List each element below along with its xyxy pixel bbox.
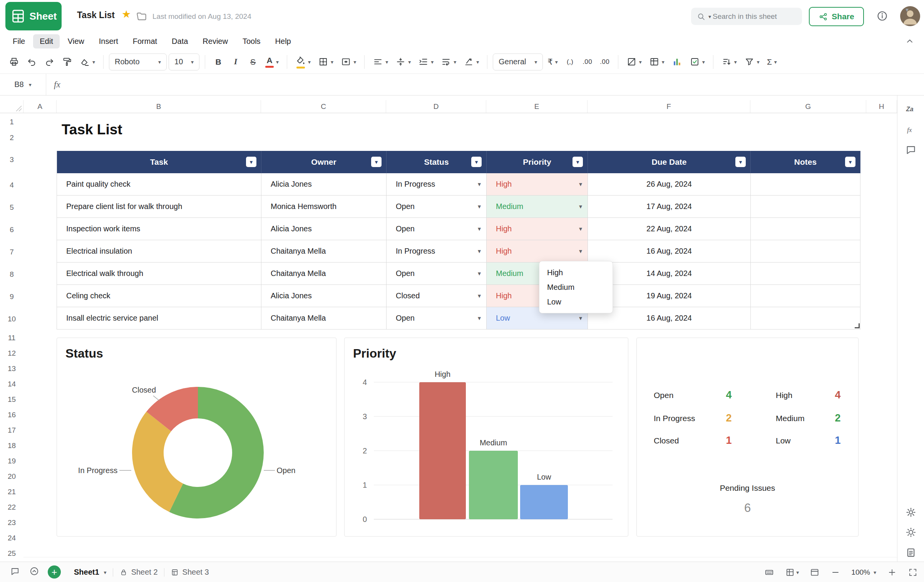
sheet-tab-sheet-3[interactable]: Sheet 3 (164, 562, 215, 582)
cell-task[interactable]: Insall electric service panel (57, 307, 261, 329)
row-header-11[interactable]: 11 (0, 330, 23, 346)
conditional-format-button[interactable]: ▾ (624, 54, 644, 70)
cell-task[interactable]: Prepare client list for walk through (57, 196, 261, 218)
cell-priority[interactable]: High▾ (487, 173, 588, 196)
menu-format[interactable]: Format (126, 34, 164, 48)
keyboard-shortcuts-button[interactable] (764, 567, 774, 577)
strikethrough-button[interactable]: S (245, 54, 261, 70)
cell-owner[interactable]: Alicia Jones (261, 173, 387, 196)
row-header-9[interactable]: 9 (0, 286, 23, 308)
row-header-19[interactable]: 19 (0, 453, 23, 469)
column-header-F[interactable]: F (588, 100, 750, 113)
number-format-select[interactable]: General▾ (493, 54, 543, 70)
cell-owner[interactable]: Chaitanya Mella (261, 263, 387, 285)
favorite-star-icon[interactable]: ★ (122, 9, 131, 20)
settings-button[interactable] (905, 507, 917, 520)
row-header-25[interactable]: 25 (0, 546, 23, 561)
undo-button[interactable] (24, 54, 40, 70)
sum-button[interactable]: Σ▾ (764, 54, 780, 70)
cell-priority[interactable]: Medium▾ (487, 196, 588, 218)
insert-table-button[interactable]: ▾ (646, 54, 667, 70)
appearance-button[interactable] (905, 527, 917, 540)
table-header-due-date[interactable]: Due Date▾ (588, 151, 751, 173)
comments-button[interactable] (10, 566, 20, 578)
functions-button[interactable]: fx (905, 124, 917, 137)
cell-owner[interactable]: Alicia Jones (261, 285, 387, 307)
clipboard-button[interactable] (905, 547, 917, 560)
cell-task[interactable]: Paint quality check (57, 173, 261, 196)
cell-status[interactable]: Open▾ (387, 263, 487, 285)
row-header-17[interactable]: 17 (0, 423, 23, 438)
dropdown-option-medium[interactable]: Medium (539, 280, 613, 294)
column-header-D[interactable]: D (386, 100, 486, 113)
text-rotation-button[interactable]: ▾ (461, 54, 482, 70)
menu-data[interactable]: Data (165, 34, 194, 48)
font-size-select[interactable]: 10▾ (169, 54, 199, 70)
menu-tools[interactable]: Tools (236, 34, 267, 48)
decrease-decimal-button[interactable]: .00 (580, 54, 595, 70)
row-header-13[interactable]: 13 (0, 361, 23, 376)
cell-status[interactable]: Open▾ (387, 218, 487, 240)
cell-due-date[interactable]: 22 Aug, 2024 (588, 218, 751, 240)
borders-button[interactable]: ▾ (315, 54, 336, 70)
row-header-12[interactable]: 12 (0, 346, 23, 361)
table-header-owner[interactable]: Owner▾ (261, 151, 387, 173)
sheet-tab-sheet1[interactable]: Sheet1▾ (68, 562, 113, 582)
row-header-7[interactable]: 7 (0, 241, 23, 263)
app-logo[interactable]: Sheet (5, 2, 62, 30)
cell-notes[interactable] (751, 263, 860, 285)
priority-dropdown-icon[interactable]: ▾ (579, 203, 582, 210)
status-dropdown-icon[interactable]: ▾ (478, 225, 481, 232)
sheet-title-cell[interactable]: Task List (62, 122, 122, 138)
row-header-8[interactable]: 8 (0, 263, 23, 286)
filter-icon[interactable]: ▾ (845, 157, 855, 167)
row-header-24[interactable]: 24 (0, 530, 23, 546)
cell-status[interactable]: In Progress▾ (387, 173, 487, 196)
priority-dropdown-icon[interactable]: ▾ (579, 181, 582, 188)
menu-help[interactable]: Help (269, 34, 298, 48)
bold-button[interactable]: B (211, 54, 226, 70)
cell-due-date[interactable]: 16 Aug, 2024 (588, 240, 751, 263)
select-all-corner[interactable] (0, 100, 23, 113)
wrap-text-button[interactable]: ▾ (438, 54, 459, 70)
cell-status[interactable]: Open▾ (387, 307, 487, 329)
avatar[interactable] (900, 6, 920, 26)
cell-status[interactable]: Open▾ (387, 196, 487, 218)
zoom-in-button[interactable] (887, 567, 897, 577)
menu-insert[interactable]: Insert (92, 34, 125, 48)
status-dropdown-icon[interactable]: ▾ (478, 248, 481, 255)
status-chart-panel[interactable]: Status OpenIn ProgressClosed (57, 338, 336, 537)
status-dropdown-icon[interactable]: ▾ (478, 314, 481, 322)
row-header-1[interactable]: 1 (0, 114, 23, 130)
sheet-view-button[interactable]: ▾ (785, 567, 799, 577)
table-header-task[interactable]: Task▾ (57, 151, 261, 173)
priority-dropdown-icon[interactable]: ▾ (579, 225, 582, 232)
comments-panel-button[interactable] (905, 144, 917, 157)
column-header-G[interactable]: G (750, 100, 866, 113)
row-header-6[interactable]: 6 (0, 219, 23, 241)
row-header-23[interactable]: 23 (0, 515, 23, 530)
split-view-button[interactable] (810, 567, 820, 577)
row-header-4[interactable]: 4 (0, 174, 23, 196)
filter-icon[interactable]: ▾ (471, 157, 482, 167)
filter-icon[interactable]: ▾ (572, 157, 583, 167)
cell-status[interactable]: Closed▾ (387, 285, 487, 307)
font-family-select[interactable]: Roboto▾ (109, 54, 167, 70)
cell-owner[interactable]: Chaitanya Mella (261, 307, 387, 329)
cell-due-date[interactable]: 17 Aug, 2024 (588, 196, 751, 218)
status-dropdown-icon[interactable]: ▾ (478, 203, 481, 210)
filter-icon[interactable]: ▾ (371, 157, 382, 167)
filter-button[interactable]: ▾ (742, 54, 762, 70)
row-header-3[interactable]: 3 (0, 146, 23, 174)
table-header-priority[interactable]: Priority▾ (487, 151, 588, 173)
horizontal-align-button[interactable]: ▾ (370, 54, 391, 70)
clear-format-button[interactable]: ▾ (77, 54, 98, 70)
formula-bar-expand-icon[interactable]: ▾ (906, 6, 909, 13)
formula-input[interactable] (68, 74, 924, 95)
status-dropdown-icon[interactable]: ▾ (478, 181, 481, 188)
cell-task[interactable]: Inspection work items (57, 218, 261, 240)
tab-menu-icon[interactable]: ▾ (104, 569, 107, 575)
cell-status[interactable]: In Progress▾ (387, 240, 487, 263)
cell-notes[interactable] (751, 173, 860, 196)
format-painter-button[interactable] (59, 54, 75, 70)
